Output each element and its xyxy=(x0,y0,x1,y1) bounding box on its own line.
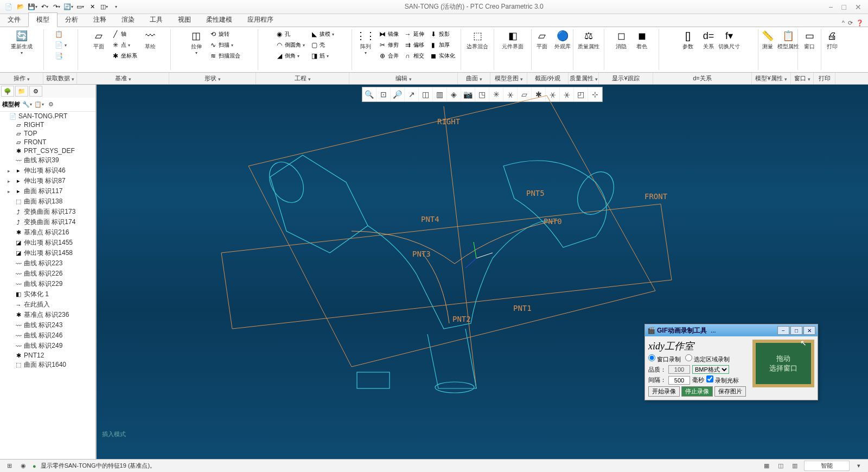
tree-item[interactable]: ▸▸伸出项 标识46 xyxy=(0,165,95,176)
plane-button[interactable]: ▱平面 xyxy=(89,28,108,62)
measure-button[interactable]: 📏测量 xyxy=(758,28,777,50)
parameters-button[interactable]: []参数 xyxy=(678,28,698,50)
tree-settings-icon[interactable]: ⚙ xyxy=(46,100,56,110)
pattern-button[interactable]: ⋮⋮阵列▾ xyxy=(356,28,375,62)
regenerate-button[interactable]: 🔄重新生成▾ xyxy=(12,28,31,56)
refresh-icon[interactable]: ⟳ xyxy=(848,20,853,27)
3d-viewport[interactable]: 🔍 ⊡ 🔎 ↗ ◫ ▥ ◈ 📷 ◳ ✳ ⚹ ▱ ✱ ⚹ ⚹ ◰ ⊹ xyxy=(97,85,868,459)
tree-item[interactable]: 〰曲线 标识249 xyxy=(0,341,95,351)
tab-flex[interactable]: 柔性建模 xyxy=(199,13,240,27)
solidify-button[interactable]: ◼实体化 xyxy=(429,51,456,61)
tab-render[interactable]: 渲染 xyxy=(114,13,142,27)
ribbon-group-形状[interactable]: 形状 xyxy=(169,73,256,84)
sidebar-tab-star[interactable]: ⚙ xyxy=(29,86,42,97)
ribbon-group-基准[interactable]: 基准 xyxy=(77,73,169,84)
project-button[interactable]: ⬇投影 xyxy=(429,29,456,39)
stop-record-button[interactable]: 停止录像 xyxy=(681,386,713,397)
model-tree[interactable]: 📄SAN-TONG.PRT▱RIGHT▱TOP▱FRONT✱PRT_CSYS_D… xyxy=(0,112,95,459)
maximize-icon[interactable]: □ xyxy=(840,2,848,12)
help-icon[interactable]: ❓ xyxy=(856,20,864,27)
drag-select-window-target[interactable]: ↖ 拖动 选择窗口 xyxy=(752,340,814,387)
tree-item[interactable]: ⬚曲面 标识138 xyxy=(0,196,95,207)
rib-button[interactable]: ◨筋▾ xyxy=(309,51,335,61)
draft-button[interactable]: ◣拔模▾ xyxy=(309,29,335,39)
minimize-icon[interactable]: − xyxy=(826,2,835,12)
quality-input[interactable] xyxy=(668,365,690,374)
thicken-button[interactable]: ▮加厚 xyxy=(429,40,456,50)
redo-icon[interactable]: ↷▾ xyxy=(51,2,62,12)
tree-item[interactable]: ✱基准点 标识216 xyxy=(0,227,95,238)
open-icon[interactable]: 📂 xyxy=(15,2,26,12)
section-plane-button[interactable]: ▱平面 xyxy=(532,28,552,50)
blend-button[interactable]: ≋扫描混合 xyxy=(208,51,241,61)
tree-root[interactable]: 📄SAN-TONG.PRT xyxy=(0,112,95,120)
geom-filter-icon[interactable]: ◫ xyxy=(776,461,786,471)
interval-input[interactable] xyxy=(668,376,690,385)
tree-item[interactable]: →在此插入 xyxy=(0,299,95,310)
regen-icon[interactable]: 🔄▾ xyxy=(63,2,74,12)
save-image-button[interactable]: 保存图片 xyxy=(714,386,746,397)
status-icon-1[interactable]: ⊞ xyxy=(4,461,14,471)
relations-button[interactable]: d=关系 xyxy=(699,28,718,50)
ribbon-group-质量属性[interactable]: 质量属性 xyxy=(569,73,599,84)
component-ui-button[interactable]: ◧元件界面 xyxy=(503,28,522,50)
recorder-maximize-icon[interactable]: □ xyxy=(790,326,802,335)
tree-item[interactable]: ⤴变换曲面 标识174 xyxy=(0,217,95,227)
tab-annotate[interactable]: 注释 xyxy=(86,13,114,27)
tab-analysis[interactable]: 分析 xyxy=(58,13,86,27)
ribbon-group-曲面[interactable]: 曲面 xyxy=(458,73,490,84)
tree-item[interactable]: 〰曲线 标识226 xyxy=(0,269,95,279)
point-button[interactable]: ✳点▾ xyxy=(111,40,138,50)
mirror-button[interactable]: ⧓镜像 xyxy=(378,29,400,39)
tab-view[interactable]: 视图 xyxy=(170,13,199,27)
ribbon-group-显示¥跟踪[interactable]: 显示¥跟踪 xyxy=(599,73,653,84)
tab-model[interactable]: 模型 xyxy=(28,12,58,27)
status-dropdown-icon[interactable]: ▾ xyxy=(854,461,864,471)
ribbon-min-icon[interactable]: ^ xyxy=(842,20,845,27)
gif-recorder-window[interactable]: 🎬 GIF动画录制工具 ... − □ ✕ xidy工作室 窗口录制 选定区域录… xyxy=(644,324,818,400)
tree-item[interactable]: ✱PRT_CSYS_DEF xyxy=(0,146,95,155)
trim-button[interactable]: ✂修剪 xyxy=(378,40,400,50)
ribbon-group-获取数据[interactable]: 获取数据 xyxy=(43,73,77,84)
ribbon-group-编辑[interactable]: 编辑 xyxy=(349,73,458,84)
tree-item[interactable]: ⬚曲面 标识1640 xyxy=(0,360,95,370)
mass-props-button[interactable]: ⚖质量属性 xyxy=(579,28,598,50)
qat-customize-icon[interactable]: ▾ xyxy=(111,2,122,12)
axis-button[interactable]: ╱轴 xyxy=(111,29,138,39)
extend-button[interactable]: →延伸 xyxy=(403,29,425,39)
tree-filter-icon[interactable]: 🔧▾ xyxy=(22,100,32,110)
tree-item[interactable]: ◪伸出项 标识1458 xyxy=(0,248,95,258)
status-icon-2[interactable]: ◉ xyxy=(18,461,28,471)
ribbon-group-模型意图[interactable]: 模型意图 xyxy=(490,73,527,84)
appearance-lib-button[interactable]: 🔵外观库 xyxy=(553,28,572,50)
print-button[interactable]: 🖨打印 xyxy=(822,28,842,50)
ribbon-group-窗口[interactable]: 窗口 xyxy=(791,73,814,84)
tree-item[interactable]: ✱基准点 标识236 xyxy=(0,310,95,320)
tab-apps[interactable]: 应用程序 xyxy=(240,13,281,27)
sidebar-tab-folder[interactable]: 📁 xyxy=(15,86,28,97)
ribbon-group-打印[interactable]: 打印 xyxy=(814,73,835,84)
ribbon-group-模型¥属性[interactable]: 模型¥属性 xyxy=(752,73,791,84)
hole-button[interactable]: ◉孔 xyxy=(275,29,306,39)
sketch-button[interactable]: 〰草绘 xyxy=(141,28,160,62)
tab-file[interactable]: 文件 xyxy=(0,13,28,27)
tree-item[interactable]: 〰曲线 标识229 xyxy=(0,279,95,289)
tab-tools[interactable]: 工具 xyxy=(142,13,170,27)
tree-item[interactable]: ⤴变换曲面 标识173 xyxy=(0,207,95,217)
merge-button[interactable]: ⊕合并 xyxy=(378,51,400,61)
start-record-button[interactable]: 开始录像 xyxy=(648,386,680,397)
save-icon[interactable]: 💾▾ xyxy=(27,2,38,12)
sweep-button[interactable]: ∿扫描▾ xyxy=(208,40,241,50)
format-select[interactable]: BMP格式 xyxy=(692,365,729,374)
ribbon-group-操作[interactable]: 操作 xyxy=(0,73,43,84)
ribbon-group-d=关系[interactable]: d=关系 xyxy=(653,73,752,84)
recorder-minimize-icon[interactable]: − xyxy=(777,326,789,335)
csys-button[interactable]: ✱坐标系 xyxy=(111,51,138,61)
tree-item[interactable]: ✱PNT12 xyxy=(0,351,95,360)
undo-icon[interactable]: ↶▾ xyxy=(39,2,50,12)
close-icon[interactable]: ✕ xyxy=(853,2,864,12)
tree-item[interactable]: ▸▸伸出项 标识87 xyxy=(0,176,95,186)
recorder-close-icon[interactable]: ✕ xyxy=(803,326,815,335)
window-button[interactable]: ▭窗口 xyxy=(800,28,819,50)
tree-item[interactable]: 〰曲线 标识243 xyxy=(0,320,95,330)
